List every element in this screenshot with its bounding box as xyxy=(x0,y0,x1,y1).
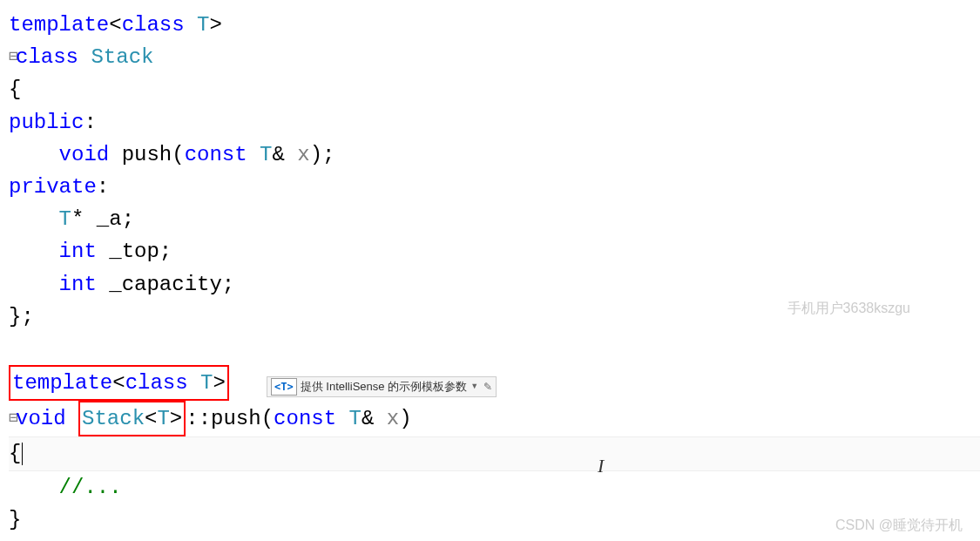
param-name: x xyxy=(297,143,309,166)
ibeam-cursor-icon: I xyxy=(598,451,604,481)
code-line-6[interactable]: private: xyxy=(9,171,980,203)
highlight-box-template: template<class T> xyxy=(9,365,229,401)
watermark-user: 手机用户3638kszgu xyxy=(787,298,910,320)
keyword-int: int xyxy=(59,273,97,296)
code-line-8[interactable]: int _top; xyxy=(9,235,980,267)
code-line-4[interactable]: public: xyxy=(9,106,980,139)
class-name: Stack xyxy=(91,45,153,69)
code-line-2[interactable]: ⊟class Stack xyxy=(9,41,980,73)
code-line-blank[interactable] xyxy=(9,333,980,365)
code-line-3[interactable]: { xyxy=(9,73,980,105)
code-line-14[interactable]: { xyxy=(9,436,980,470)
code-line-16[interactable]: } xyxy=(9,504,980,536)
edit-icon[interactable]: ✎ xyxy=(483,379,492,396)
keyword-int: int xyxy=(59,240,97,263)
watermark-csdn: CSDN @睡觉待开机 xyxy=(835,515,963,537)
template-icon: <T> xyxy=(271,378,297,396)
keyword-void: void xyxy=(59,143,110,166)
fold-marker-icon[interactable]: ⊟ xyxy=(9,45,16,70)
code-line-7[interactable]: T* _a; xyxy=(9,203,980,235)
keyword-public: public xyxy=(9,111,84,134)
keyword-class: class xyxy=(122,13,185,37)
dropdown-icon[interactable]: ▼ xyxy=(470,381,478,393)
fold-marker-icon[interactable]: ⊟ xyxy=(9,407,16,431)
comment: //... xyxy=(59,476,122,499)
tooltip-text: 提供 IntelliSense 的示例模板参数 xyxy=(301,378,467,396)
code-editor[interactable]: template<class T> ⊟class Stack { public:… xyxy=(0,0,980,536)
text-cursor xyxy=(22,443,23,465)
code-line-9[interactable]: int _capacity; xyxy=(9,268,980,301)
code-line-5[interactable]: void push(const T& x); xyxy=(9,139,980,171)
type-param: T xyxy=(197,13,209,37)
keyword-private: private xyxy=(9,175,97,199)
highlight-box-stack: Stack<T> xyxy=(78,401,186,436)
code-line-15[interactable]: //... xyxy=(9,471,980,504)
code-line-13[interactable]: ⊟void Stack<T>::push(const T& x) xyxy=(9,401,980,436)
keyword-class: class xyxy=(16,45,78,69)
intellisense-tooltip[interactable]: <T> 提供 IntelliSense 的示例模板参数 ▼ ✎ xyxy=(267,376,497,397)
code-line-1[interactable]: template<class T> xyxy=(9,9,980,41)
keyword-const: const xyxy=(185,143,247,166)
keyword-template: template xyxy=(9,13,109,37)
method-name: push xyxy=(122,143,172,166)
